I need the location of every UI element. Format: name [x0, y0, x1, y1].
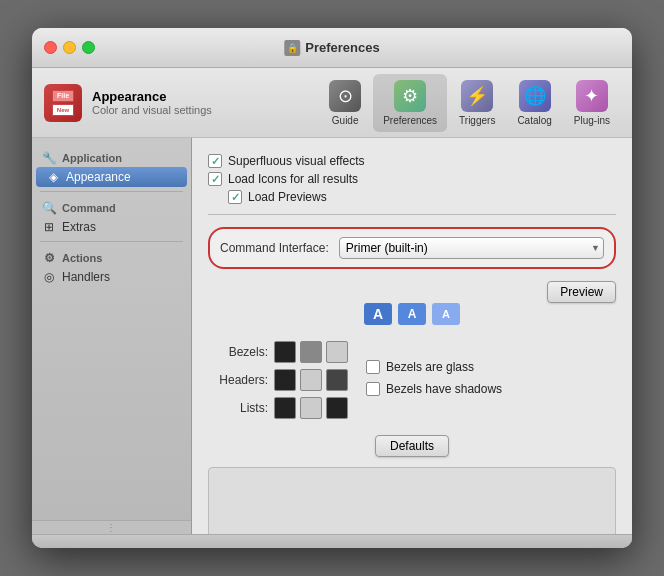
tool-catalog[interactable]: 🌐 Catalog — [507, 74, 561, 132]
lists-color-row: Lists: — [208, 397, 348, 419]
sidebar-divider-2 — [40, 241, 183, 242]
handlers-icon: ◎ — [42, 270, 56, 284]
handlers-label: Handlers — [62, 270, 110, 284]
color-rows: Bezels: Headers: — [208, 333, 616, 427]
actions-header-label: Actions — [62, 252, 102, 264]
bezels-row: Bezels: Headers: — [208, 333, 616, 427]
triggers-icon: ⚡ — [461, 80, 493, 112]
bezels-color-row: Bezels: — [208, 341, 348, 363]
headers-box-dark[interactable] — [274, 369, 296, 391]
font-medium[interactable]: A — [398, 303, 426, 325]
toolbar: File New Appearance Color and visual set… — [32, 68, 632, 138]
theme-section: Preview A A A Bezels: — [208, 281, 616, 534]
main-content: 🔧 Application ◈ Appearance 🔍 Command ⊞ E… — [32, 138, 632, 534]
sidebar-item-extras[interactable]: ⊞ Extras — [32, 217, 191, 237]
plugins-label: Plug-ins — [574, 115, 610, 126]
cb-visual-effects-label: Superfluous visual effects — [228, 154, 365, 168]
sidebar-header-application: 🔧 Application — [32, 146, 191, 167]
headers-label: Headers: — [208, 373, 268, 387]
cb-load-icons[interactable] — [208, 172, 222, 186]
catalog-icon: 🌐 — [519, 80, 551, 112]
minimize-button[interactable] — [63, 41, 76, 54]
title-text: Preferences — [305, 40, 379, 55]
application-icon: 🔧 — [42, 151, 56, 165]
lists-label: Lists: — [208, 401, 268, 415]
cb-bezels-shadows[interactable] — [366, 382, 380, 396]
close-button[interactable] — [44, 41, 57, 54]
catalog-label: Catalog — [517, 115, 551, 126]
cb-visual-effects[interactable] — [208, 154, 222, 168]
headers-color-row: Headers: — [208, 369, 348, 391]
checkbox-load-previews: Load Previews — [208, 190, 616, 204]
lists-box-light[interactable] — [300, 397, 322, 419]
lists-box-dark2[interactable] — [326, 397, 348, 419]
checkbox-load-icons: Load Icons for all results — [208, 172, 616, 186]
cb-bezels-glass[interactable] — [366, 360, 380, 374]
tool-triggers[interactable]: ⚡ Triggers — [449, 74, 505, 132]
preferences-window: 🔒 Preferences File New Appearance Color … — [32, 28, 632, 548]
lists-color-boxes — [274, 397, 348, 419]
content-panel: Superfluous visual effects Load Icons fo… — [192, 138, 632, 534]
cb-bezels-glass-label: Bezels are glass — [386, 360, 474, 374]
actions-section-icon: ⚙ — [42, 251, 56, 265]
extras-label: Extras — [62, 220, 96, 234]
checkbox-visual-effects: Superfluous visual effects — [208, 154, 616, 168]
bezels-color-boxes — [274, 341, 348, 363]
app-description: Color and visual settings — [92, 104, 212, 116]
sidebar-section-actions: ⚙ Actions ◎ Handlers — [32, 246, 191, 287]
defaults-button-row: Defaults — [208, 435, 616, 457]
sidebar: 🔧 Application ◈ Appearance 🔍 Command ⊞ E… — [32, 138, 192, 534]
tool-preferences[interactable]: ⚙ Preferences — [373, 74, 447, 132]
traffic-lights — [32, 41, 95, 54]
preview-area — [208, 467, 616, 534]
cb-load-previews-label: Load Previews — [248, 190, 327, 204]
preferences-label: Preferences — [383, 115, 437, 126]
sidebar-item-handlers[interactable]: ◎ Handlers — [32, 267, 191, 287]
bezels-glass-row: Bezels are glass — [366, 360, 502, 374]
command-interface-select[interactable]: Primer (built-in) Classic Custom — [339, 237, 604, 259]
toolbar-tools: ⊙ Guide ⚙ Preferences ⚡ Triggers 🌐 Catal… — [319, 74, 620, 132]
extras-icon: ⊞ — [42, 220, 56, 234]
font-large[interactable]: A — [364, 303, 392, 325]
font-small[interactable]: A — [432, 303, 460, 325]
bezels-box-mid[interactable] — [300, 341, 322, 363]
sidebar-divider-1 — [40, 191, 183, 192]
guide-label: Guide — [332, 115, 359, 126]
appearance-label: Appearance — [66, 170, 131, 184]
headers-box-light[interactable] — [300, 369, 322, 391]
bezels-box-dark[interactable] — [274, 341, 296, 363]
bezels-label: Bezels: — [208, 345, 268, 359]
section-divider-1 — [208, 214, 616, 215]
cb-bezels-shadows-label: Bezels have shadows — [386, 382, 502, 396]
titlebar: 🔒 Preferences — [32, 28, 632, 68]
cb-load-icons-label: Load Icons for all results — [228, 172, 358, 186]
preview-button[interactable]: Preview — [547, 281, 616, 303]
triggers-label: Triggers — [459, 115, 495, 126]
cb-load-previews[interactable] — [228, 190, 242, 204]
plugins-icon: ✦ — [576, 80, 608, 112]
tool-plugins[interactable]: ✦ Plug-ins — [564, 74, 620, 132]
headers-box-mid[interactable] — [326, 369, 348, 391]
command-header-label: Command — [62, 202, 116, 214]
bezels-box-light[interactable] — [326, 341, 348, 363]
defaults-button[interactable]: Defaults — [375, 435, 449, 457]
guide-icon: ⊙ — [329, 80, 361, 112]
appearance-icon: ◈ — [46, 170, 60, 184]
window-title: 🔒 Preferences — [284, 40, 379, 56]
app-text: Appearance Color and visual settings — [92, 89, 212, 116]
bezels-shadows-row: Bezels have shadows — [366, 382, 502, 396]
maximize-button[interactable] — [82, 41, 95, 54]
sidebar-resize-handle: ⋮ — [32, 520, 191, 534]
sidebar-header-command: 🔍 Command — [32, 196, 191, 217]
command-interface-select-wrapper: Primer (built-in) Classic Custom ▼ — [339, 237, 604, 259]
command-interface-row: Command Interface: Primer (built-in) Cla… — [208, 227, 616, 269]
sidebar-header-actions: ⚙ Actions — [32, 246, 191, 267]
titlebar-icon: 🔒 — [284, 40, 300, 56]
lists-box-dark1[interactable] — [274, 397, 296, 419]
application-header-label: Application — [62, 152, 122, 164]
sidebar-item-appearance[interactable]: ◈ Appearance — [36, 167, 187, 187]
sidebar-section-command: 🔍 Command ⊞ Extras — [32, 196, 191, 237]
command-interface-label: Command Interface: — [220, 241, 329, 255]
sidebar-section-application: 🔧 Application ◈ Appearance — [32, 146, 191, 187]
tool-guide[interactable]: ⊙ Guide — [319, 74, 371, 132]
